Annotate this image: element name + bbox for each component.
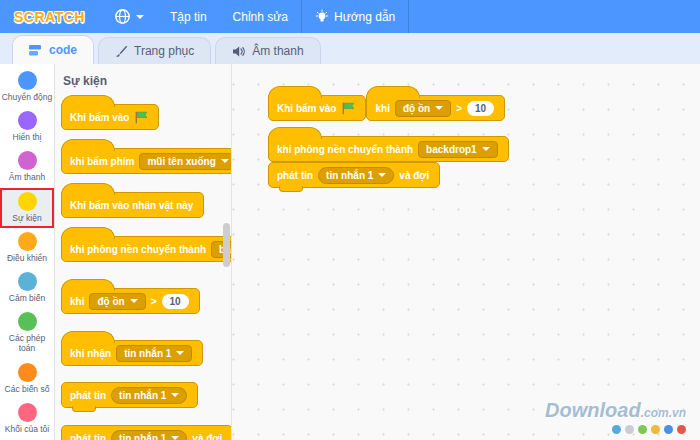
workspace-canvas[interactable]: Khi bấm vào khi độ ồn > 10 xyxy=(232,64,700,440)
language-selector[interactable] xyxy=(101,0,157,33)
category-color-dot xyxy=(18,312,37,331)
dropdown-value: tin nhắn 1 xyxy=(119,390,166,401)
menu-divider xyxy=(408,0,409,33)
tab-costumes-label: Trang phục xyxy=(134,44,194,58)
block-when-i-receive[interactable]: khi nhận tin nhắn 1 xyxy=(61,340,203,366)
category-color-dot xyxy=(18,363,37,382)
loudness-dropdown[interactable]: độ ồn xyxy=(395,100,451,117)
script-group-2: khi phông nền chuyển thành backdrop1 phá… xyxy=(268,126,509,188)
category-color-dot xyxy=(18,403,37,422)
block-when-backdrop-switches[interactable]: khi phông nền chuyển thành backdrop1 xyxy=(268,136,509,162)
menu-file[interactable]: Tập tin xyxy=(157,0,220,33)
palette-scrollbar[interactable] xyxy=(223,223,230,267)
category-label: Âm thanh xyxy=(9,172,45,182)
message-dropdown[interactable]: tin nhắn 1 xyxy=(111,430,187,440)
chevron-down-icon xyxy=(378,173,386,177)
operator-label: > xyxy=(456,103,462,114)
tab-sounds-label: Âm thanh xyxy=(252,44,303,58)
backdrop-dropdown[interactable]: backdrop1 xyxy=(418,141,498,158)
block-when-backdrop-switches[interactable]: khi phông nền chuyển thành backdrop1 xyxy=(61,236,232,262)
code-blocks-icon xyxy=(29,44,43,57)
watermark-dot xyxy=(664,425,673,434)
category-motion[interactable]: Chuyển động xyxy=(0,67,54,107)
watermark-dot xyxy=(677,425,686,434)
category-label: Điều khiển xyxy=(7,253,47,263)
category-label: Chuyển động xyxy=(2,92,53,102)
block-when-loudness-greater[interactable]: khi độ ồn > 10 xyxy=(366,95,505,121)
tab-code[interactable]: code xyxy=(12,35,94,64)
category-color-dot xyxy=(18,192,37,211)
category-label: Khối của tôi xyxy=(5,424,49,434)
menu-edit[interactable]: Chỉnh sửa xyxy=(220,0,301,33)
green-flag-icon xyxy=(134,111,148,124)
category-sensing[interactable]: Cảm biến xyxy=(0,268,54,308)
chevron-down-icon xyxy=(176,351,184,355)
block-text: Khi bấm vào xyxy=(70,112,129,123)
green-flag-icon xyxy=(341,102,355,115)
block-broadcast[interactable]: phát tin tin nhắn 1 xyxy=(61,382,198,408)
block-text: phát tin xyxy=(70,433,106,440)
tab-costumes[interactable]: Trang phục xyxy=(98,37,211,64)
block-when-key-pressed[interactable]: khi bấm phím mũi tên xuống xyxy=(61,148,232,174)
block-text: khi phông nền chuyển thành xyxy=(70,244,206,255)
block-text: khi bấm phím xyxy=(70,156,134,167)
block-broadcast-and-wait[interactable]: phát tin tin nhắn 1 và đợi xyxy=(61,425,232,440)
category-looks[interactable]: Hiển thị xyxy=(0,107,54,147)
message-dropdown[interactable]: tin nhắn 1 xyxy=(116,345,192,362)
watermark-dot xyxy=(638,425,647,434)
number-input[interactable]: 10 xyxy=(467,101,494,116)
speaker-icon xyxy=(232,45,246,58)
watermark: Download.com.vn xyxy=(545,399,686,434)
chevron-down-icon xyxy=(130,299,138,303)
dropdown-value: tin nhắn 1 xyxy=(326,170,373,181)
watermark-dots xyxy=(612,425,686,434)
block-text: Khi bấm vào nhân vật này xyxy=(70,200,193,211)
key-dropdown[interactable]: mũi tên xuống xyxy=(139,153,232,170)
category-label: Sự kiện xyxy=(12,213,41,223)
category-label: Cảm biến xyxy=(9,293,45,303)
category-control[interactable]: Điều khiển xyxy=(0,228,54,268)
block-when-loudness-greater[interactable]: khi độ ồn > 10 xyxy=(61,288,200,314)
watermark-dot xyxy=(612,425,621,434)
dropdown-value: tin nhắn 1 xyxy=(119,433,166,440)
block-when-flag-clicked[interactable]: Khi bấm vào xyxy=(61,104,159,130)
tab-sounds[interactable]: Âm thanh xyxy=(215,37,320,64)
category-variables[interactable]: Các biến số xyxy=(0,359,54,399)
category-myblocks[interactable]: Khối của tôi xyxy=(0,399,54,439)
category-events[interactable]: Sự kiện xyxy=(0,188,54,228)
block-when-sprite-clicked[interactable]: Khi bấm vào nhân vật này xyxy=(61,192,204,218)
block-text: và đợi xyxy=(192,433,222,440)
category-label: Hiển thị xyxy=(13,132,42,142)
chevron-down-icon xyxy=(482,147,490,151)
category-color-dot xyxy=(18,272,37,291)
block-text: phát tin xyxy=(277,170,313,181)
scratch-logo[interactable]: SCRATCH xyxy=(14,9,85,25)
category-color-dot xyxy=(18,232,37,251)
palette-header: Sự kiện xyxy=(63,74,231,88)
block-text: Khi bấm vào xyxy=(277,103,336,114)
block-broadcast-and-wait[interactable]: phát tin tin nhắn 1 và đợi xyxy=(268,162,440,188)
watermark-suffix: .com.vn xyxy=(641,406,686,420)
block-text: khi xyxy=(375,103,389,114)
block-text: khi xyxy=(70,296,84,307)
loudness-dropdown[interactable]: độ ồn xyxy=(89,293,145,310)
watermark-dot xyxy=(651,425,660,434)
dropdown-value: độ ồn xyxy=(403,103,430,114)
number-input[interactable]: 10 xyxy=(162,294,189,309)
chevron-down-icon xyxy=(171,393,179,397)
category-color-dot xyxy=(18,71,37,90)
menu-tutorials[interactable]: Hướng dẫn xyxy=(302,0,408,33)
dropdown-value: độ ồn xyxy=(97,296,124,307)
category-operators[interactable]: Các phép toán xyxy=(0,308,54,358)
category-sound[interactable]: Âm thanh xyxy=(0,147,54,187)
block-when-flag-clicked[interactable]: Khi bấm vào xyxy=(268,95,366,121)
category-sidebar: Chuyển động Hiển thị Âm thanh Sự kiện Đi… xyxy=(0,64,55,440)
dropdown-value: backdrop1 xyxy=(426,144,477,155)
dropdown-value: mũi tên xuống xyxy=(147,156,215,167)
message-dropdown[interactable]: tin nhắn 1 xyxy=(111,387,187,404)
message-dropdown[interactable]: tin nhắn 1 xyxy=(318,167,394,184)
block-text: và đợi xyxy=(399,170,429,181)
menu-tutorials-label: Hướng dẫn xyxy=(334,10,395,24)
watermark-dot xyxy=(625,425,634,434)
category-label: Các biến số xyxy=(5,384,50,394)
